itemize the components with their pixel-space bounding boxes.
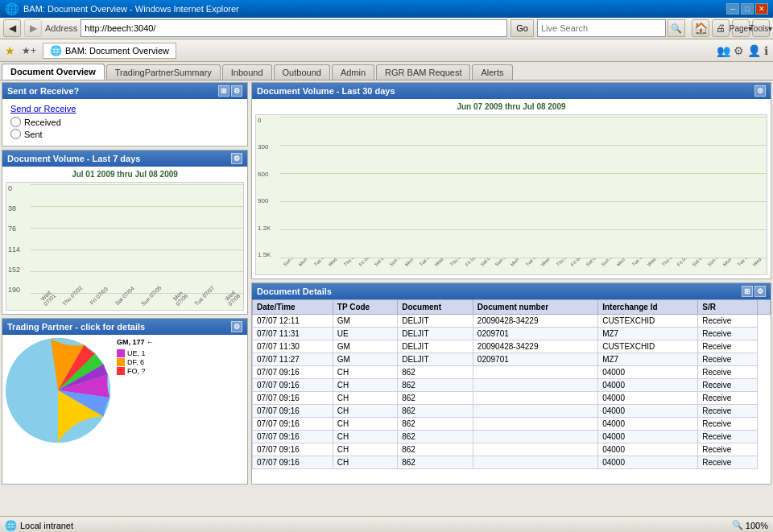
- col-scroll: [758, 300, 771, 315]
- cell-tp_code: CH: [333, 392, 397, 405]
- cell-document: 862: [398, 443, 473, 456]
- volume-small-config-icon[interactable]: ⚙: [231, 153, 242, 164]
- table-row[interactable]: 07/07 09:16CH86204000Receive: [253, 392, 771, 405]
- add-favorites[interactable]: ★+: [22, 45, 36, 56]
- info-icon[interactable]: ℹ: [764, 44, 768, 57]
- minimize-button[interactable]: ─: [726, 3, 739, 14]
- cell-sr: Receive: [698, 353, 758, 366]
- sent-radio[interactable]: [10, 129, 21, 139]
- cell-sr: Receive: [698, 392, 758, 405]
- table-row[interactable]: 07/07 11:27GMDELJIT0209701MZ7Receive: [253, 353, 771, 366]
- status-zone: 🌐 Local intranet: [5, 520, 73, 531]
- legend-color-df: [117, 358, 125, 366]
- tab-inbound[interactable]: Inbound: [222, 64, 272, 80]
- pie-legend: GM, 177 ← UE, 1 DF, 6 FO, ?: [117, 338, 154, 376]
- main-tabs: Document Overview TradingPartnerSummary …: [0, 62, 773, 80]
- x-label: Fri 06/19: [465, 258, 479, 267]
- cell-interchange_id: 04000: [598, 418, 698, 431]
- volume-large-body: Jun 07 2009 thru Jul 08 2009 1.5K 1.2K 9…: [252, 99, 771, 278]
- x-label: Mon 06/08: [298, 258, 312, 267]
- settings-icon[interactable]: ⚙: [734, 44, 744, 57]
- forward-button[interactable]: ▶: [24, 19, 42, 37]
- x-label: Wed 06/17: [434, 258, 449, 267]
- back-button[interactable]: ◀: [3, 19, 21, 37]
- received-radio[interactable]: [10, 117, 21, 127]
- maximize-button[interactable]: □: [741, 3, 754, 14]
- user-icon[interactable]: 👤: [747, 44, 761, 57]
- tab-document-overview[interactable]: Document Overview: [2, 64, 105, 80]
- table-row[interactable]: 07/07 12:11GMDELJIT20090428-34229CUSTEXC…: [253, 315, 771, 328]
- send-receive-link[interactable]: Send or Receive: [10, 104, 239, 113]
- search-input[interactable]: [537, 19, 666, 37]
- cell-sr: Receive: [698, 328, 758, 340]
- cell-tp_code: GM: [333, 315, 397, 328]
- tab-trading-partner-summary[interactable]: TradingPartnerSummary: [106, 64, 221, 80]
- page-menu[interactable]: Page▾: [732, 19, 750, 37]
- send-receive-config-icon[interactable]: ⚙: [231, 85, 242, 97]
- legend-gm-label: GM, 177 ←: [117, 338, 154, 346]
- col-datetime: Date/Time: [253, 300, 333, 315]
- search-button[interactable]: 🔍: [668, 19, 685, 37]
- cell-sr: Receive: [698, 315, 758, 328]
- x-label: Sun 06/07: [283, 258, 297, 267]
- address-label: Address: [45, 23, 77, 33]
- tab-favicon: 🌐: [50, 45, 62, 56]
- tab-alerts[interactable]: Alerts: [472, 64, 512, 80]
- cell-doc_number: 0209701: [473, 353, 597, 366]
- trading-partner-config-icon[interactable]: ⚙: [231, 321, 242, 332]
- bars-large: [280, 117, 765, 258]
- table-row[interactable]: 07/07 09:16CH86204000Receive: [253, 456, 771, 469]
- cell-datetime: 07/07 11:27: [253, 353, 333, 366]
- home-icon[interactable]: 🏠: [692, 19, 709, 37]
- content-area: Sent or Receive? ⊞ ⚙ Send or Receive Rec…: [0, 80, 773, 516]
- cell-doc_number: [473, 431, 597, 443]
- table-body: 07/07 12:11GMDELJIT20090428-34229CUSTEXC…: [253, 315, 771, 469]
- table-row[interactable]: 07/07 09:16CH86204000Receive: [253, 443, 771, 456]
- x-label: Mon 07/06: [721, 258, 736, 267]
- x-label: Sun 07/05: [707, 258, 721, 267]
- tab-rgr-bam-request[interactable]: RGR BAM Request: [376, 64, 470, 80]
- address-input[interactable]: [81, 19, 507, 37]
- x-label: Mon 06/15: [403, 258, 418, 267]
- x-label: Fri 06/12: [358, 258, 373, 267]
- cell-doc_number: [473, 392, 597, 405]
- favorites-star[interactable]: ★: [5, 44, 15, 57]
- table-row[interactable]: 07/07 09:16CH86204000Receive: [253, 366, 771, 379]
- legend-color-ue: [117, 349, 125, 357]
- volume-large-config-icon[interactable]: ⚙: [754, 85, 766, 97]
- volume-small-panel: Document Volume - Last 7 days ⚙ Jul 01 2…: [2, 150, 248, 315]
- table-row[interactable]: 07/07 09:16CH86204000Receive: [253, 418, 771, 431]
- trading-partner-body: GM, 177 ← UE, 1 DF, 6 FO, ?: [2, 335, 247, 456]
- table-row[interactable]: 07/07 09:16CH86204000Receive: [253, 431, 771, 443]
- bars-small: [31, 184, 242, 294]
- x-label: Sun 06/28: [601, 258, 615, 267]
- status-bar: 🌐 Local intranet 🔍 100%: [0, 516, 773, 532]
- cell-sr: Receive: [698, 405, 758, 418]
- legend-color-fo: [117, 367, 125, 375]
- table-row[interactable]: 07/07 11:31UEDELJIT0209701MZ7Receive: [253, 328, 771, 340]
- cell-datetime: 07/07 11:30: [253, 340, 333, 353]
- x-label: Sun 06/14: [388, 258, 403, 267]
- tab-admin[interactable]: Admin: [332, 64, 374, 80]
- table-row[interactable]: 07/07 09:16CH86204000Receive: [253, 379, 771, 392]
- trading-partner-panel: Trading Partner - click for details ⚙: [2, 318, 248, 485]
- tools-menu[interactable]: Tools▾: [752, 19, 770, 37]
- details-expand-icon[interactable]: ⊞: [742, 286, 753, 297]
- tab-outbound[interactable]: Outbound: [274, 64, 330, 80]
- cell-document: 862: [398, 431, 473, 443]
- go-button[interactable]: Go: [511, 19, 534, 37]
- details-config-icon[interactable]: ⚙: [754, 286, 766, 297]
- document-details-panel: Document Details ⊞ ⚙ Date/Time TP Code D…: [251, 282, 771, 485]
- cell-datetime: 07/07 09:16: [253, 431, 333, 443]
- users-icon[interactable]: 👥: [717, 44, 730, 57]
- send-receive-expand-icon[interactable]: ⊞: [218, 85, 229, 97]
- table-row[interactable]: 07/07 11:30GMDELJIT20090428-34229CUSTEXC…: [253, 340, 771, 353]
- close-button[interactable]: ✕: [755, 3, 768, 14]
- cell-doc_number: 20090428-34229: [473, 315, 597, 328]
- browser-icon: 🌐: [5, 2, 19, 15]
- print-icon[interactable]: 🖨: [712, 19, 730, 37]
- x-label: Sat 07/04: [692, 258, 706, 267]
- table-row[interactable]: 07/07 09:16CH86204000Receive: [253, 405, 771, 418]
- cell-tp_code: CH: [333, 456, 397, 469]
- browser-tab[interactable]: 🌐 BAM: Document Overview: [43, 43, 176, 59]
